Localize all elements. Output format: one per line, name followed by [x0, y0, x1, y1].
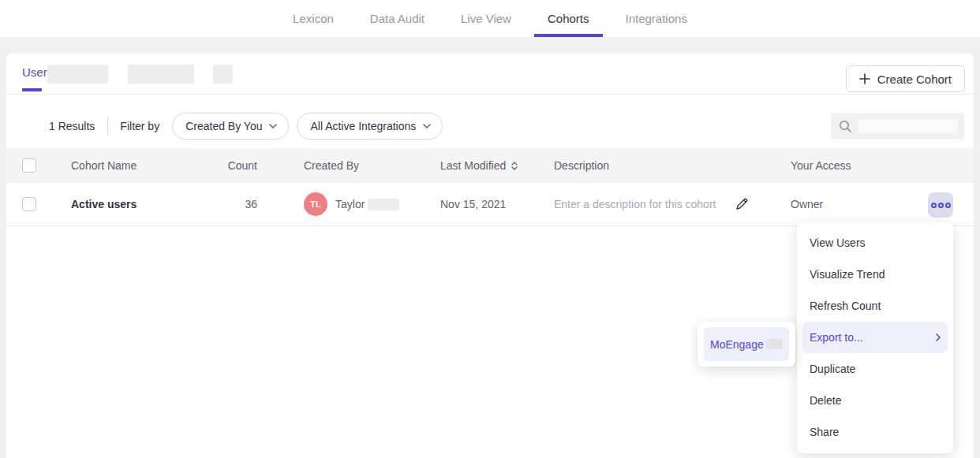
- nav-tab-lexicon[interactable]: Lexicon: [293, 0, 334, 37]
- more-options-button[interactable]: [928, 192, 953, 218]
- search-icon: [839, 120, 852, 133]
- export-submenu: MoEngage: [698, 322, 795, 367]
- redacted-tab-2[interactable]: [128, 65, 194, 84]
- top-nav: Lexicon Data Audit Live View Cohorts Int…: [0, 0, 980, 37]
- header-created-by: Created By: [304, 148, 359, 183]
- cohort-context-menu: View Users Visualize Trend Refresh Count…: [797, 222, 953, 453]
- pencil-icon: [734, 196, 750, 212]
- redacted-creator-surname: [368, 199, 399, 210]
- header-last-modified[interactable]: Last Modified: [440, 148, 518, 183]
- create-cohort-label: Create Cohort: [877, 73, 952, 86]
- created-by-cell: TL Taylor: [304, 183, 399, 225]
- header-count: Count: [181, 148, 257, 183]
- submenu-item-moengage[interactable]: MoEngage: [704, 327, 789, 361]
- edit-description-button[interactable]: [734, 196, 750, 212]
- cohort-count: 36: [181, 183, 257, 225]
- description-input[interactable]: Enter a description for this cohort: [554, 183, 716, 225]
- menu-item-visualize-trend[interactable]: Visualize Trend: [797, 259, 953, 290]
- created-by-dropdown-value: Created By You: [185, 120, 262, 132]
- redacted-tab-3[interactable]: [213, 65, 233, 84]
- menu-item-export-to[interactable]: Export to...: [802, 322, 948, 353]
- integrations-dropdown[interactable]: All Active Integrations: [297, 113, 443, 140]
- select-all-checkbox[interactable]: [22, 158, 36, 173]
- cohort-name-link[interactable]: Active users: [71, 183, 137, 225]
- tab-user-underline: [22, 88, 42, 91]
- header-description: Description: [554, 148, 609, 183]
- last-modified-cell: Nov 15, 2021: [440, 183, 506, 225]
- created-by-dropdown[interactable]: Created By You: [172, 113, 289, 140]
- header-last-modified-label: Last Modified: [440, 159, 506, 172]
- export-to-label: Export to...: [810, 331, 863, 344]
- nav-tab-cohorts[interactable]: Cohorts: [548, 0, 589, 37]
- chevron-down-icon: [269, 124, 277, 128]
- nav-tab-integrations[interactable]: Integrations: [626, 0, 687, 37]
- table-header: Cohort Name Count Created By Last Modifi…: [6, 148, 974, 183]
- menu-item-share[interactable]: Share: [797, 416, 953, 448]
- chevron-right-icon: [936, 333, 941, 341]
- access-cell: Owner: [791, 183, 823, 225]
- cohort-type-tab-bar: User Create Cohort: [6, 54, 974, 95]
- header-cohort-name: Cohort Name: [71, 148, 137, 183]
- row-checkbox[interactable]: [22, 197, 36, 211]
- menu-item-duplicate[interactable]: Duplicate: [797, 353, 953, 385]
- moengage-label: MoEngage: [710, 338, 764, 351]
- nav-tab-live-view[interactable]: Live View: [461, 0, 511, 37]
- redacted-submenu-text: [766, 339, 783, 349]
- dots-icon: [931, 203, 937, 208]
- filter-bar: 1 Results Filter by Created By You All A…: [49, 110, 451, 142]
- results-count: 1 Results: [49, 120, 95, 132]
- nav-tab-data-audit[interactable]: Data Audit: [370, 0, 425, 37]
- tab-user[interactable]: User: [22, 65, 47, 79]
- menu-item-delete[interactable]: Delete: [797, 385, 953, 416]
- search-input[interactable]: [831, 113, 964, 140]
- menu-item-refresh-count[interactable]: Refresh Count: [797, 290, 953, 322]
- header-your-access: Your Access: [791, 148, 851, 183]
- redacted-tab-1[interactable]: [47, 65, 108, 84]
- create-cohort-button[interactable]: Create Cohort: [846, 65, 965, 92]
- avatar: TL: [304, 192, 327, 216]
- integrations-dropdown-value: All Active Integrations: [310, 120, 416, 132]
- sort-icon[interactable]: [511, 162, 518, 170]
- table-row: Active users 36 TL Taylor Nov 15, 2021 E…: [6, 183, 974, 226]
- menu-item-view-users[interactable]: View Users: [797, 227, 953, 259]
- redacted-search-text: [858, 119, 958, 133]
- plus-icon: [859, 73, 870, 84]
- chevron-down-icon: [423, 124, 431, 128]
- divider: [107, 117, 108, 136]
- creator-name: Taylor: [335, 198, 365, 210]
- filter-by-label: Filter by: [120, 120, 159, 132]
